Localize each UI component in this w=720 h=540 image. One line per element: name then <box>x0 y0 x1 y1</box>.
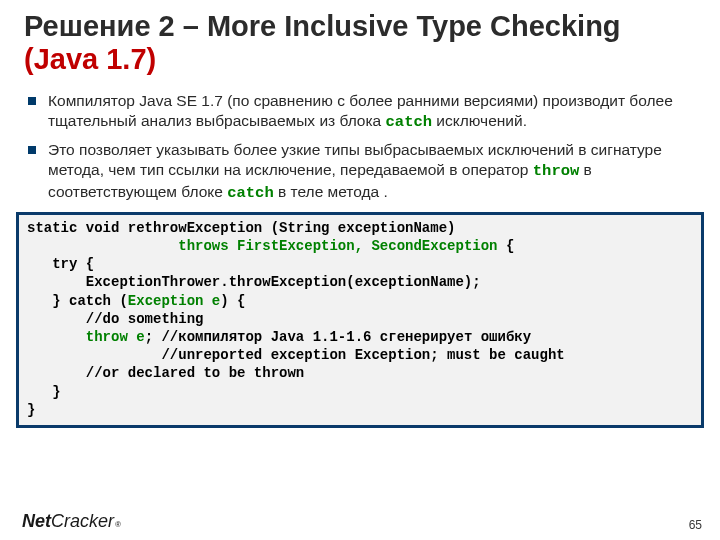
bullet-text: исключений. <box>432 112 527 129</box>
code-line: } <box>27 384 61 400</box>
code-inline: catch <box>227 184 274 202</box>
code-line: static void rethrowException (String exc… <box>27 220 455 236</box>
code-inline: catch <box>386 113 433 131</box>
list-item: Это позволяет указывать более узкие типы… <box>28 140 696 203</box>
logo-net: Net <box>22 511 51 532</box>
bullet-text: Компилятор Java SE 1.7 (по сравнению с б… <box>48 92 673 129</box>
code-line: } <box>27 402 35 418</box>
code-line: ; //компилятор Java 1.1-1.6 сгенерирует … <box>145 329 531 345</box>
code-line: //do something <box>27 311 203 327</box>
code-line: try { <box>27 256 94 272</box>
page-number: 65 <box>689 518 702 532</box>
logo: NetCracker® <box>22 511 121 532</box>
code-line: } catch ( <box>27 293 128 309</box>
title-dark: Решение 2 – More Inclusive Type Checking <box>24 10 621 42</box>
logo-cracker: Cracker <box>51 511 114 532</box>
code-line: ExceptionThrower.throwException(exceptio… <box>27 274 481 290</box>
bullet-text: в теле метода . <box>274 183 388 200</box>
code-line: { <box>498 238 515 254</box>
code-green: throw e <box>86 329 145 345</box>
slide: Решение 2 – More Inclusive Type Checking… <box>0 0 720 428</box>
code-line: //or declared to be thrown <box>27 365 304 381</box>
code-green: Exception e <box>128 293 220 309</box>
code-line <box>27 238 178 254</box>
logo-reg: ® <box>115 520 121 529</box>
title-red: (Java 1.7) <box>24 43 156 75</box>
code-green: throws FirstException, SecondException <box>178 238 497 254</box>
code-inline: throw <box>533 162 580 180</box>
list-item: Компилятор Java SE 1.7 (по сравнению с б… <box>28 91 696 133</box>
code-line: ) { <box>220 293 245 309</box>
code-line: //unreported exception Exception; must b… <box>27 347 565 363</box>
code-block: static void rethrowException (String exc… <box>16 212 704 428</box>
footer: NetCracker® 65 <box>22 511 702 532</box>
code-line <box>27 329 86 345</box>
slide-title: Решение 2 – More Inclusive Type Checking… <box>24 10 696 77</box>
bullet-list: Компилятор Java SE 1.7 (по сравнению с б… <box>24 91 696 204</box>
